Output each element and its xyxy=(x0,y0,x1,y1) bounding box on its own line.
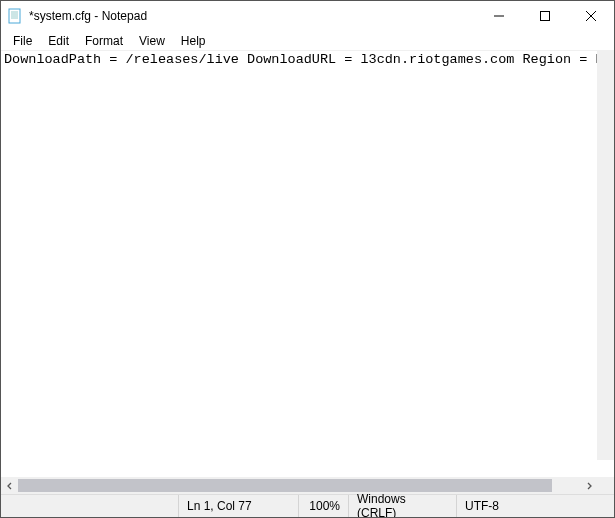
scrollbar-thumb[interactable] xyxy=(18,479,552,492)
svg-rect-6 xyxy=(541,12,550,21)
menu-help[interactable]: Help xyxy=(173,33,214,49)
notepad-icon xyxy=(7,8,23,24)
maximize-button[interactable] xyxy=(522,1,568,31)
close-button[interactable] xyxy=(568,1,614,31)
scrollbar-track[interactable] xyxy=(18,477,580,494)
minimize-button[interactable] xyxy=(476,1,522,31)
text-editor[interactable]: DownloadPath = /releases/live DownloadUR… xyxy=(1,51,614,477)
menu-view[interactable]: View xyxy=(131,33,173,49)
status-encoding: UTF-8 xyxy=(457,495,614,517)
menu-format[interactable]: Format xyxy=(77,33,131,49)
scroll-left-icon[interactable] xyxy=(1,477,18,494)
menu-file[interactable]: File xyxy=(5,33,40,49)
editor-area: DownloadPath = /releases/live DownloadUR… xyxy=(1,51,614,494)
vertical-scrollbar[interactable] xyxy=(597,51,614,460)
horizontal-scrollbar[interactable] xyxy=(1,477,614,494)
scroll-right-icon[interactable] xyxy=(580,477,597,494)
statusbar: Ln 1, Col 77 100% Windows (CRLF) UTF-8 xyxy=(1,494,614,517)
status-cursor-position: Ln 1, Col 77 xyxy=(179,495,299,517)
status-zoom: 100% xyxy=(299,495,349,517)
window-title: *system.cfg - Notepad xyxy=(29,9,476,23)
scrollbar-corner xyxy=(597,477,614,494)
menu-edit[interactable]: Edit xyxy=(40,33,77,49)
titlebar: *system.cfg - Notepad xyxy=(1,1,614,31)
menubar: File Edit Format View Help xyxy=(1,31,614,51)
window-controls xyxy=(476,1,614,31)
status-line-ending: Windows (CRLF) xyxy=(349,495,457,517)
status-spacer xyxy=(1,495,179,517)
editor-content: DownloadPath = /releases/live DownloadUR… xyxy=(1,51,614,69)
